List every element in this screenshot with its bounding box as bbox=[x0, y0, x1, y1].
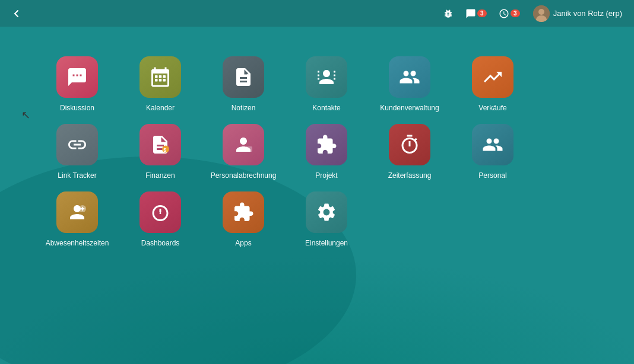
apps-row-1: Diskussion Kalender bbox=[47, 56, 587, 112]
app-icon-kalender bbox=[140, 56, 181, 98]
app-label-abwesenheitszeiten: Abwesenheitszeiten bbox=[46, 239, 109, 247]
avatar bbox=[533, 5, 550, 22]
app-label-einstellungen: Einstellungen bbox=[305, 239, 348, 247]
app-dashboards[interactable]: Dashboards bbox=[131, 191, 190, 247]
app-personalabrechnung[interactable]: $ Personalabrechnung bbox=[214, 124, 273, 180]
app-verkaufe[interactable]: Verkäufe bbox=[463, 56, 522, 112]
app-icon-diskussion bbox=[56, 56, 98, 98]
apps-row-3: Abwesenheitszeiten Dashboards Apps bbox=[47, 191, 587, 247]
app-icon-apps bbox=[223, 191, 264, 233]
app-einstellungen[interactable]: Einstellungen bbox=[297, 191, 356, 247]
app-label-personalabrechnung: Personalabrechnung bbox=[211, 171, 277, 180]
svg-point-1 bbox=[538, 9, 544, 15]
back-button[interactable] bbox=[7, 4, 26, 23]
chat-badge: 3 bbox=[477, 9, 487, 17]
app-label-link-tracker: Link Tracker bbox=[58, 171, 96, 180]
svg-rect-7 bbox=[159, 79, 162, 82]
svg-rect-10 bbox=[318, 75, 319, 76]
chat-button[interactable]: 3 bbox=[462, 6, 490, 21]
app-label-kalender: Kalender bbox=[146, 104, 175, 112]
app-icon-abwesenheitszeiten bbox=[56, 191, 98, 233]
app-zeiterfassung[interactable]: Zeiterfassung bbox=[380, 124, 439, 180]
svg-rect-13 bbox=[334, 75, 335, 76]
app-abwesenheitszeiten[interactable]: Abwesenheitszeiten bbox=[47, 191, 107, 247]
header-right: 3 3 Janik von Rotz (erp) bbox=[439, 3, 627, 24]
app-label-verkaufe: Verkäufe bbox=[478, 104, 506, 112]
app-apps[interactable]: Apps bbox=[214, 191, 273, 247]
app-projekt[interactable]: Projekt bbox=[297, 124, 356, 180]
app-label-notizen: Notizen bbox=[232, 104, 256, 112]
user-menu[interactable]: Janik von Rotz (erp) bbox=[528, 3, 627, 24]
app-notizen[interactable]: Notizen bbox=[214, 56, 273, 112]
svg-rect-9 bbox=[318, 71, 319, 73]
app-icon-personalabrechnung: $ bbox=[223, 124, 264, 165]
app-icon-notizen bbox=[223, 56, 264, 98]
app-icon-finanzen: $ bbox=[140, 124, 181, 165]
clock-button[interactable]: 3 bbox=[495, 6, 524, 21]
svg-rect-11 bbox=[318, 78, 319, 80]
app-label-diskussion: Diskussion bbox=[60, 104, 94, 112]
app-label-kontakte: Kontakte bbox=[312, 104, 340, 112]
app-label-finanzen: Finanzen bbox=[145, 171, 175, 180]
app-icon-kontakte bbox=[306, 56, 347, 98]
header: 3 3 Janik von Rotz (erp) bbox=[0, 0, 634, 27]
apps-row-2: Link Tracker $ Finanzen $ Personalabre bbox=[47, 124, 587, 180]
app-icon-projekt bbox=[306, 124, 347, 165]
app-icon-zeiterfassung bbox=[389, 124, 430, 165]
app-label-personal: Personal bbox=[478, 171, 506, 180]
app-icon-verkaufe bbox=[472, 56, 513, 98]
user-name-label: Janik von Rotz (erp) bbox=[553, 9, 622, 18]
app-kalender[interactable]: Kalender bbox=[131, 56, 190, 112]
app-label-projekt: Projekt bbox=[315, 171, 337, 180]
app-icon-link-tracker bbox=[56, 124, 98, 165]
app-icon-einstellungen bbox=[306, 191, 347, 233]
svg-text:$: $ bbox=[163, 147, 166, 153]
svg-rect-6 bbox=[155, 79, 158, 82]
app-kundenverwaltung[interactable]: Kundenverwaltung bbox=[380, 56, 439, 112]
app-label-dashboards: Dashboards bbox=[141, 239, 180, 247]
app-kontakte[interactable]: Kontakte bbox=[297, 56, 356, 112]
svg-rect-8 bbox=[163, 79, 166, 82]
svg-rect-3 bbox=[155, 75, 158, 78]
app-diskussion[interactable]: Diskussion bbox=[47, 56, 107, 112]
svg-rect-14 bbox=[334, 78, 335, 80]
app-personal[interactable]: Personal bbox=[463, 124, 522, 180]
header-left bbox=[7, 4, 26, 23]
clock-badge: 3 bbox=[511, 9, 520, 17]
app-icon-kundenverwaltung bbox=[389, 56, 430, 98]
app-label-zeiterfassung: Zeiterfassung bbox=[388, 171, 432, 180]
svg-rect-5 bbox=[163, 75, 166, 78]
app-label-kundenverwaltung: Kundenverwaltung bbox=[380, 104, 439, 112]
svg-rect-4 bbox=[159, 75, 162, 78]
app-icon-dashboards bbox=[140, 191, 181, 233]
bug-button[interactable] bbox=[439, 6, 457, 21]
app-link-tracker[interactable]: Link Tracker bbox=[47, 124, 107, 180]
app-icon-personal bbox=[472, 124, 513, 165]
svg-rect-12 bbox=[334, 71, 335, 73]
app-finanzen[interactable]: $ Finanzen bbox=[131, 124, 190, 180]
app-grid: Diskussion Kalender bbox=[0, 27, 634, 259]
app-label-apps: Apps bbox=[235, 239, 251, 247]
